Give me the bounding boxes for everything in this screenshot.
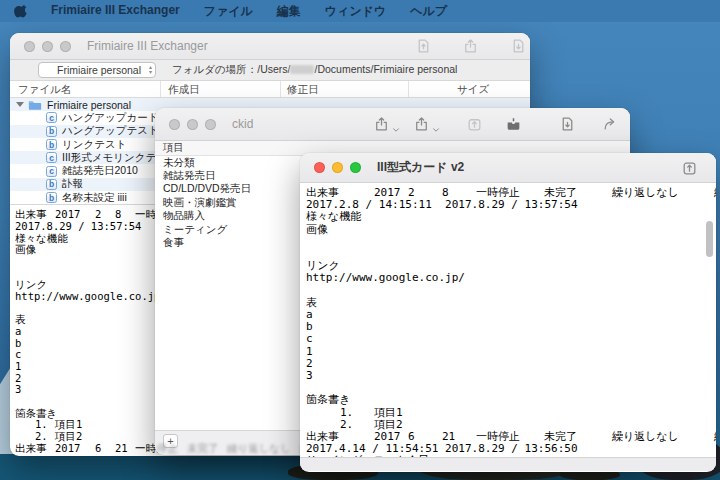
card-titlebar[interactable]: III型式カード v2 [300,153,716,183]
folder-select-value: Frimiaire personal [57,64,141,76]
chevron-down-icon[interactable] [392,120,400,128]
file-type-icon: c [46,112,57,123]
minimize-button[interactable] [187,119,198,130]
share-icon[interactable] [462,38,479,55]
path-bar: Frimiaire personal ▴▾ フォルダの場所：/Users//Do… [10,60,530,81]
folder-select[interactable]: Frimiaire personal ▴▾ [38,62,156,78]
card-content[interactable]: 出来事 2017 2 8 一時停止 未完了 繰り返しなし 繰り上げなし 予告なし… [300,183,716,457]
file-name: ハングアップカード III [62,111,170,125]
share-icon[interactable] [413,116,430,133]
chevron-down-icon[interactable] [432,120,440,128]
import-tray-icon[interactable] [505,116,522,133]
file-list-header: ファイル名 作成日 修正日 サイズ [10,81,530,98]
upload-icon [466,116,483,133]
folder-path: フォルダの場所：/Users//Documents/Frimiaire pers… [172,63,457,77]
menu-item[interactable]: Frimiaire III Exchanger [51,3,180,20]
export-icon[interactable] [681,159,698,176]
minimize-button[interactable] [332,162,343,173]
scrollbar-thumb[interactable] [706,221,713,257]
window-title: Frimiaire III Exchanger [87,39,208,53]
zoom-button[interactable] [60,41,71,52]
document-download-icon[interactable] [559,116,576,133]
exchanger-titlebar[interactable]: Frimiaire III Exchanger [10,33,530,60]
column-filename[interactable]: ファイル名 [18,83,71,97]
ckid-titlebar[interactable]: ckid [155,108,630,141]
column-created[interactable]: 作成日 [168,83,200,97]
card-window: III型式カード v2 出来事 2017 2 8 一時停止 未完了 繰り返しなし… [300,153,716,472]
file-type-icon: b [46,126,57,137]
card-footer [300,457,716,471]
menu-item[interactable]: ウィンドウ [325,3,386,20]
blurred-background-text: 停止 未完了 繰り返しなし 繰り [157,442,321,455]
updown-chevron-icon: ▴▾ [149,65,152,75]
folder-name: Frimiaire personal [47,99,131,111]
redacted-username [290,65,314,74]
menu-item[interactable]: ファイル [204,3,253,20]
forward-arrow-icon[interactable] [602,116,619,133]
card-text: 出来事 2017 2 8 一時停止 未完了 繰り返しなし 繰り上げなし 予告なし… [300,183,716,457]
zoom-button[interactable] [350,162,361,173]
window-title: ckid [232,117,253,131]
disclosure-triangle-icon[interactable] [16,102,24,107]
file-type-icon: c [46,152,57,163]
import-document-icon[interactable] [510,38,527,55]
file-type-icon: b [46,179,57,190]
zoom-button[interactable] [205,119,216,130]
file-type-icon: b [46,192,57,203]
menu-bar: Frimiaire III Exchangerファイル編集ウィンドウヘルプ [0,0,720,22]
column-modified[interactable]: 修正日 [287,83,319,97]
folder-icon [28,99,42,111]
export-document-icon[interactable] [415,38,432,55]
file-name: 名称未設定 iiii [62,191,127,205]
share-icon[interactable] [373,116,390,133]
file-type-icon: b [46,139,57,150]
menu-item[interactable]: ヘルプ [410,3,447,20]
file-name: 雑誌発売日2010 [62,164,138,178]
column-size[interactable]: サイズ [457,83,489,97]
minimize-button[interactable] [42,41,53,52]
window-title: III型式カード v2 [377,159,464,176]
file-name: リンクテスト [62,138,126,152]
close-button[interactable] [314,162,325,173]
file-name: 訃報 [62,177,83,191]
close-button[interactable] [169,119,180,130]
close-button[interactable] [24,41,35,52]
apple-menu-icon[interactable] [14,4,29,19]
file-type-icon: c [46,166,57,177]
menu-item[interactable]: 編集 [277,3,301,20]
